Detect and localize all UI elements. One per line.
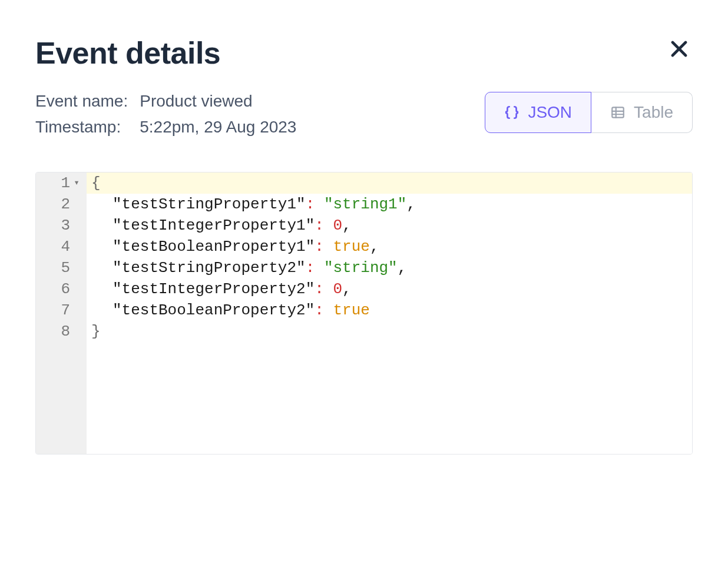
code-line[interactable]: }	[87, 321, 692, 342]
table-view-button[interactable]: Table	[591, 92, 693, 133]
json-braces-icon	[504, 105, 519, 120]
gutter-line-number: 5	[36, 257, 81, 278]
header-row: Event details	[35, 35, 693, 71]
timestamp-label: Timestamp:	[35, 118, 128, 137]
timestamp-value: 5:22pm, 29 Aug 2023	[140, 118, 296, 137]
json-editor[interactable]: 12345678 {"testStringProperty1": "string…	[35, 172, 693, 454]
gutter-line-number: 7	[36, 300, 81, 321]
code-token-comma: ,	[398, 257, 407, 278]
code-line[interactable]: {	[87, 172, 692, 194]
close-icon	[668, 38, 690, 60]
code-token-colon: :	[306, 257, 324, 278]
code-token-brace: {	[91, 172, 101, 194]
code-token-colon: :	[315, 215, 333, 236]
code-token-comma: ,	[370, 236, 379, 257]
event-name-label: Event name:	[35, 92, 128, 111]
code-token-colon: :	[306, 194, 324, 215]
code-token-comma: ,	[406, 194, 416, 215]
json-view-label: JSON	[528, 103, 572, 122]
code-token-comma: ,	[342, 215, 352, 236]
gutter-line-number: 1	[36, 172, 81, 194]
meta-and-toggle-row: Event name: Product viewed Timestamp: 5:…	[35, 92, 693, 137]
svg-rect-2	[612, 107, 624, 117]
code-token-key: "testIntegerProperty1"	[112, 215, 315, 236]
code-token-value: "string1"	[324, 194, 406, 215]
gutter-line-number: 4	[36, 236, 81, 257]
code-token-key: "testIntegerProperty2"	[112, 278, 315, 300]
code-token-key: "testBooleanProperty1"	[112, 236, 315, 257]
code-token-brace: }	[91, 321, 101, 342]
code-token-key: "testStringProperty2"	[112, 257, 306, 278]
view-toggle-group: JSON Table	[485, 92, 693, 133]
code-token-key: "testBooleanProperty2"	[112, 300, 315, 321]
code-line[interactable]: "testStringProperty2": "string",	[87, 257, 692, 278]
code-token-comma: ,	[342, 278, 352, 300]
gutter-line-number: 8	[36, 321, 81, 342]
code-line[interactable]: "testIntegerProperty2": 0,	[87, 278, 692, 300]
table-view-label: Table	[634, 103, 673, 122]
page-title: Event details	[35, 35, 220, 71]
code-line[interactable]: "testBooleanProperty1": true,	[87, 236, 692, 257]
code-line[interactable]: "testIntegerProperty1": 0,	[87, 215, 692, 236]
gutter-line-number: 6	[36, 278, 81, 300]
code-token-value: true	[333, 300, 369, 321]
code-line[interactable]: "testBooleanProperty2": true	[87, 300, 692, 321]
editor-code-area[interactable]: {"testStringProperty1": "string1","testI…	[87, 172, 692, 454]
code-token-value: "string"	[324, 257, 398, 278]
event-name-value: Product viewed	[140, 92, 296, 111]
code-line[interactable]: "testStringProperty1": "string1",	[87, 194, 692, 215]
close-button[interactable]	[666, 35, 693, 62]
code-token-colon: :	[315, 236, 333, 257]
editor-gutter: 12345678	[36, 172, 87, 454]
json-view-button[interactable]: JSON	[485, 92, 591, 133]
table-icon	[610, 105, 626, 120]
code-token-colon: :	[315, 278, 333, 300]
gutter-line-number: 3	[36, 215, 81, 236]
gutter-line-number: 2	[36, 194, 81, 215]
code-token-value: 0	[333, 278, 342, 300]
code-token-value: true	[333, 236, 369, 257]
event-meta: Event name: Product viewed Timestamp: 5:…	[35, 92, 296, 137]
code-token-colon: :	[315, 300, 333, 321]
code-token-value: 0	[333, 215, 342, 236]
code-token-key: "testStringProperty1"	[112, 194, 306, 215]
